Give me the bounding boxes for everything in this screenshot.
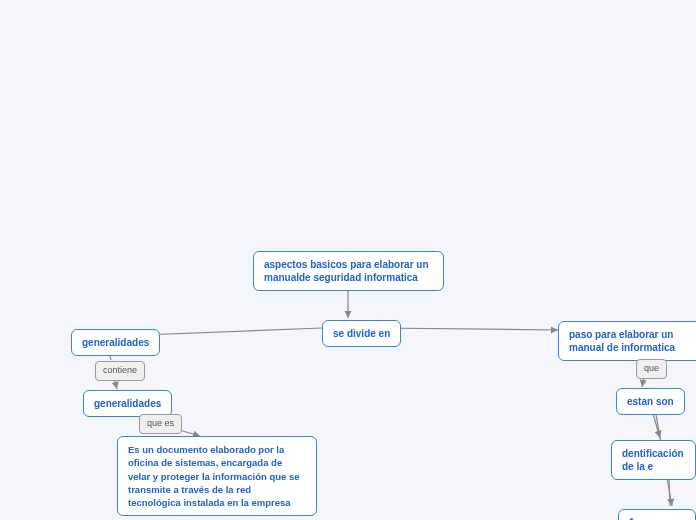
node-quees[interactable]: que es xyxy=(139,414,182,434)
svg-line-2 xyxy=(378,328,558,330)
node-identificacion[interactable]: dentificación de la e xyxy=(611,440,696,480)
node-divide[interactable]: se divide en xyxy=(322,320,401,347)
node-generalidades-1[interactable]: generalidades xyxy=(71,329,160,356)
node-description[interactable]: Es un documento elaborado por la oficina… xyxy=(117,436,317,516)
node-estanson[interactable]: estan son xyxy=(616,388,685,415)
svg-line-1 xyxy=(143,328,322,335)
node-generalidades-2[interactable]: generalidades xyxy=(83,390,172,417)
node-contiene[interactable]: contiene xyxy=(95,361,145,381)
node-inventario[interactable]: 1 Inventario tecn xyxy=(618,509,696,520)
node-que[interactable]: que xyxy=(636,359,667,379)
node-root[interactable]: aspectos basicos para elaborar un manual… xyxy=(253,251,444,291)
node-pasos[interactable]: paso para elaborar un manual de informat… xyxy=(558,321,696,361)
